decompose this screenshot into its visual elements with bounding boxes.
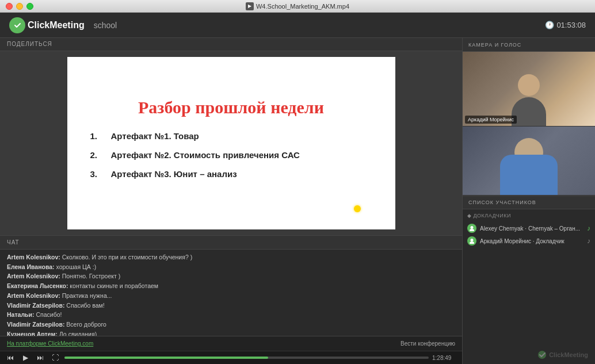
svg-point-1 — [471, 226, 474, 229]
time-value: 01:53:08 — [556, 21, 586, 29]
logo: ClickMeeting — [9, 17, 85, 33]
watermark-text: ClickMeeting — [549, 351, 588, 358]
yellow-dot — [354, 205, 361, 212]
window-controls[interactable] — [6, 3, 33, 10]
svg-point-3 — [471, 239, 474, 242]
person1-head — [518, 74, 540, 96]
chat-header: ЧАТ — [0, 236, 462, 250]
participant-avatar-0 — [467, 224, 476, 233]
video-feed-2 — [463, 127, 595, 196]
minimize-button[interactable] — [16, 3, 23, 10]
close-button[interactable] — [6, 3, 13, 10]
playback-bar: ⏮ ▶ ⏭ ⛶ 1:28:49 — [0, 351, 462, 364]
user-icon-0 — [469, 225, 475, 231]
slide-item-3: 3. Артефакт №3. Юнит – анализ — [90, 169, 372, 179]
step-forward-button[interactable]: ⏭ — [35, 352, 46, 363]
share-bar-label: ПОДЕЛИТЬСЯ — [7, 41, 52, 47]
participants-subheader: ◆ ДОКЛАДЧИКИ — [467, 213, 590, 219]
slide-item-1-num: 1. — [90, 131, 111, 141]
slide-title: Разбор прошлой недели — [90, 98, 372, 117]
app-header: ClickMeeting school 🕐 01:53:08 — [0, 13, 595, 38]
slide-item-1: 1. Артефакт №1. Товар — [90, 131, 372, 141]
slide-item-2-text: Артефакт №2. Стоимость привлечения САС — [111, 150, 300, 160]
clickmeeting-watermark: ClickMeeting — [537, 350, 588, 359]
chat-text-6: Спасибо! — [36, 311, 62, 318]
chat-text-5: Спасибо вам! — [66, 302, 104, 309]
chat-sender-2: Artem Kolesnikov: — [7, 273, 60, 279]
slide-item-3-num: 3. — [90, 169, 111, 179]
person2-container — [463, 127, 595, 195]
participant-name-0: Alexey Chernyak · Chernyak – Орган... — [480, 225, 583, 232]
time-code: 1:28:49 — [432, 355, 457, 361]
slide-items: 1. Артефакт №1. Товар 2. Артефакт №2. Ст… — [90, 131, 372, 188]
person2-body — [500, 155, 558, 195]
logo-icon — [9, 17, 25, 33]
chat-messages: Artem Kolesnikov: Сколково. И это при их… — [0, 250, 462, 336]
participant-avatar-1 — [467, 236, 476, 246]
chat-msg-0: Artem Kolesnikov: Сколково. И это при их… — [7, 253, 455, 262]
camera-header: КАМЕРА И ГОЛОС — [463, 38, 595, 52]
participant-audio-0: ♪ — [587, 224, 590, 232]
slide-container: Разбор прошлой недели 1. Артефакт №1. То… — [67, 57, 395, 229]
chat-msg-1: Елена Иванова: хорошая ЦА :) — [7, 263, 455, 272]
window-title: ▶ W4.School_Marketing_AKM.mp4 — [246, 2, 349, 10]
chat-text-8: До свидания) — [59, 331, 97, 336]
chat-msg-5: Vladimir Zatsepilов: Спасибо вам! — [7, 301, 455, 311]
chat-sender-5: Vladimir Zatsepilов: — [7, 302, 64, 309]
participants-header: СПИСОК УЧАСТНИКОВ — [463, 196, 595, 209]
maximize-button[interactable] — [26, 3, 33, 10]
chat-sender-6: Натальи: — [7, 311, 34, 318]
chat-text-1: хорошая ЦА :) — [56, 263, 97, 270]
play-button[interactable]: ▶ — [20, 352, 31, 363]
video-name-tag-1: Аркадий Морейнис — [465, 116, 517, 124]
chat-text-7: Всего доброго — [66, 321, 106, 328]
fullscreen-button[interactable]: ⛶ — [49, 352, 61, 363]
right-panel: КАМЕРА И ГОЛОС Аркадий Морейнис — [463, 38, 595, 364]
chat-text-2: Понятно. Гостроект ) — [62, 273, 121, 279]
slide-item-3-text: Артефакт №3. Юнит – анализ — [111, 169, 237, 179]
school-label: school — [94, 21, 117, 30]
progress-fill — [64, 357, 268, 359]
logo-area: ClickMeeting school — [9, 17, 117, 33]
bottom-link[interactable]: На платформе ClickMeeting.com — [7, 340, 93, 347]
chat-text-0: Сколково. И это при их стоимости обучени… — [62, 254, 192, 260]
participant-audio-1: ♪ — [587, 237, 590, 245]
participant-item-0: Alexey Chernyak · Chernyak – Орган... ♪ — [467, 222, 590, 235]
left-panel: ПОДЕЛИТЬСЯ Разбор прошлой недели 1. Арте… — [0, 38, 463, 364]
chat-sender-0: Artem Kolesnikov: — [7, 254, 60, 260]
chat-msg-3: Екатерина Лысенко: контакты скиньте и по… — [7, 282, 455, 291]
chat-msg-4: Artem Kolesnikov: Практика нужна... — [7, 292, 455, 301]
chat-sender-4: Artem Kolesnikov: — [7, 292, 60, 299]
chat-sender-7: Vladimir Zatsepilов: — [7, 321, 64, 328]
chat-header-label: ЧАТ — [7, 239, 20, 246]
chat-msg-6: Натальи: Спасибо! — [7, 311, 455, 320]
svg-point-4 — [470, 242, 474, 244]
chat-msg-8: Кузнецов Артем: До свидания) — [7, 330, 455, 336]
bottom-right-text: Вести конференцию — [401, 340, 455, 347]
user-icon-1 — [469, 238, 475, 244]
participants-section: СПИСОК УЧАСТНИКОВ ◆ ДОКЛАДЧИКИ Alexey Ch… — [463, 196, 595, 364]
camera-header-label: КАМЕРА И ГОЛОС — [468, 42, 521, 48]
participants-list: ◆ ДОКЛАДЧИКИ Alexey Chernyak · Chernyak … — [463, 209, 595, 364]
slide-area: Разбор прошлой недели 1. Артефакт №1. То… — [0, 51, 462, 235]
chat-sender-1: Елена Иванова: — [7, 263, 55, 270]
title-bar: ▶ W4.School_Marketing_AKM.mp4 — [0, 0, 595, 13]
slide-item-2-num: 2. — [90, 150, 111, 160]
progress-track[interactable] — [64, 357, 429, 359]
participants-header-label: СПИСОК УЧАСТНИКОВ — [468, 200, 536, 205]
clock-icon: 🕐 — [545, 21, 554, 29]
chat-area: ЧАТ Artem Kolesnikov: Сколково. И это пр… — [0, 235, 462, 336]
chat-sender-8: Кузнецов Артем: — [7, 331, 58, 336]
chat-text-4: Практика нужна... — [62, 292, 112, 299]
share-bar: ПОДЕЛИТЬСЯ — [0, 38, 462, 51]
chat-msg-2: Artem Kolesnikov: Понятно. Гостроект ) — [7, 272, 455, 281]
participant-name-1: Аркадий Морейнис · Докладчик — [480, 238, 583, 244]
slide-item-2: 2. Артефакт №2. Стоимость привлечения СА… — [90, 150, 372, 160]
camera-section: КАМЕРА И ГОЛОС Аркадий Морейнис — [463, 38, 595, 196]
chat-msg-7: Vladimir Zatsepilов: Всего доброго — [7, 320, 455, 329]
step-back-button[interactable]: ⏮ — [5, 352, 16, 363]
chat-text-3: контакты скиньте и поработаем — [70, 282, 158, 289]
watermark-logo-icon — [537, 350, 547, 359]
svg-point-0 — [13, 21, 22, 30]
main-layout: ПОДЕЛИТЬСЯ Разбор прошлой недели 1. Арте… — [0, 38, 595, 364]
